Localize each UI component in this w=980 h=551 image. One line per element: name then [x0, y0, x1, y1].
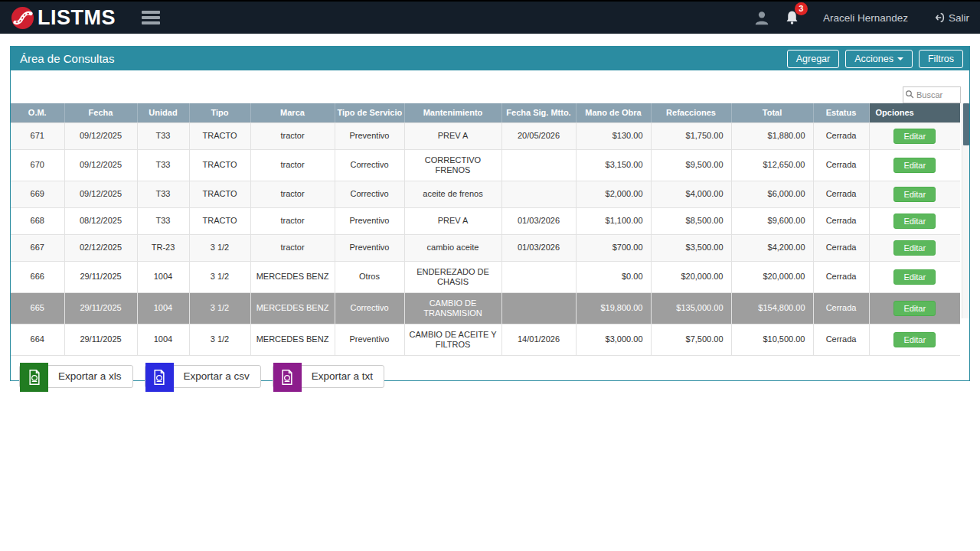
edit-button[interactable]: Editar [893, 332, 936, 347]
filtros-label: Filtros [928, 54, 954, 64]
col-refacciones[interactable]: Refacciones [651, 103, 731, 122]
table-row[interactable]: 66429/11/202510043 1/2MERCEDES BENZPreve… [11, 324, 960, 355]
col-unidad[interactable]: Unidad [137, 103, 189, 122]
cell-fecha: 09/12/2025 [64, 149, 137, 181]
cell-mantenimiento: CAMBIO DE ACEITE Y FILTROS [404, 324, 501, 355]
logout-label: Salir [949, 12, 969, 24]
cell-om: 664 [11, 324, 64, 355]
cell-total: $6,000.00 [731, 181, 813, 207]
txt-file-icon [273, 363, 302, 392]
cell-unidad: 1004 [137, 324, 189, 355]
acciones-dropdown-button[interactable]: Acciones [845, 50, 913, 68]
cell-opciones: Editar [869, 149, 960, 181]
cell-estatus: Cerrada [813, 234, 869, 261]
cell-opciones: Editar [869, 324, 960, 355]
table-row[interactable]: 66629/11/202510043 1/2MERCEDES BENZOtros… [11, 261, 960, 292]
cell-fecha: 09/12/2025 [64, 181, 137, 207]
menu-toggle-icon[interactable] [142, 11, 160, 24]
cell-unidad: 1004 [137, 261, 189, 292]
cell-mano_obra: $1,100.00 [576, 207, 651, 234]
cell-refacciones: $7,500.00 [651, 324, 731, 355]
cell-estatus: Cerrada [813, 207, 869, 234]
cell-refacciones: $8,500.00 [651, 207, 731, 234]
cell-estatus: Cerrada [813, 181, 869, 207]
cell-om: 670 [11, 149, 64, 181]
table-row[interactable]: 66909/12/2025T33TRACTOtractorCorrectivoa… [11, 181, 960, 207]
cell-opciones: Editar [869, 181, 960, 207]
cell-fecha_sig: 20/05/2026 [501, 122, 576, 149]
edit-button[interactable]: Editar [893, 158, 936, 173]
table-row[interactable]: 67109/12/2025T33TRACTOtractorPreventivoP… [11, 122, 960, 149]
cell-total: $4,200.00 [731, 234, 813, 261]
col-total[interactable]: Total [731, 103, 813, 122]
scrollbar-thumb[interactable] [963, 103, 969, 145]
cell-om: 669 [11, 181, 64, 207]
cell-unidad: T33 [137, 149, 189, 181]
cell-tipo_servicio: Correctivo [335, 149, 404, 181]
cell-tipo: TRACTO [189, 207, 250, 234]
export-txt-button[interactable]: Exportar a txt [273, 365, 384, 388]
cell-tipo: 3 1/2 [189, 234, 250, 261]
profile-icon[interactable] [753, 9, 770, 26]
table-scrollbar[interactable] [962, 103, 969, 318]
col-fecha-sig[interactable]: Fecha Sig. Mtto. [501, 103, 576, 122]
table-row[interactable]: 67009/12/2025T33TRACTOtractorCorrectivoC… [11, 149, 960, 181]
logout-button[interactable]: Salir [934, 11, 969, 24]
agregar-button[interactable]: Agregar [787, 50, 839, 68]
cell-tipo: TRACTO [189, 122, 250, 149]
results-table: O.M. Fecha Unidad Tipo Marca Tipo de Ser… [11, 103, 960, 356]
cell-om: 666 [11, 261, 64, 292]
cell-total: $12,650.00 [731, 149, 813, 181]
cell-mano_obra: $2,000.00 [576, 181, 651, 207]
page-background [0, 381, 980, 551]
export-csv-button[interactable]: Exportar a csv [145, 365, 261, 388]
chevron-down-icon [897, 57, 903, 60]
cell-mano_obra: $0.00 [576, 261, 651, 292]
cell-refacciones: $1,750.00 [651, 122, 731, 149]
cell-tipo: 3 1/2 [189, 261, 250, 292]
col-mantenimiento[interactable]: Mantenimiento [404, 103, 501, 122]
table-row[interactable]: 66702/12/2025TR-233 1/2tractorPreventivo… [11, 234, 960, 261]
cell-fecha: 08/12/2025 [64, 207, 137, 234]
filtros-button[interactable]: Filtros [919, 50, 963, 68]
edit-button[interactable]: Editar [893, 269, 936, 285]
edit-button[interactable]: Editar [893, 240, 936, 256]
cell-om: 668 [11, 207, 64, 234]
notifications-bell-icon[interactable]: 3 [784, 10, 800, 26]
cell-tipo: TRACTO [189, 181, 250, 207]
edit-button[interactable]: Editar [893, 129, 936, 144]
cell-total: $20,000.00 [731, 261, 813, 292]
user-name[interactable]: Araceli Hernandez [823, 12, 908, 24]
top-navbar: LISTMS 3 Araceli Hernandez Salir [0, 0, 980, 34]
edit-button[interactable]: Editar [893, 214, 936, 229]
col-estatus[interactable]: Estatus [813, 103, 869, 122]
cell-tipo: 3 1/2 [189, 292, 250, 324]
col-tipo-servicio[interactable]: Tipo de Servicio [335, 103, 404, 122]
cell-mano_obra: $700.00 [576, 234, 651, 261]
cell-refacciones: $9,500.00 [651, 149, 731, 181]
edit-button[interactable]: Editar [893, 187, 936, 202]
cell-unidad: T33 [137, 181, 189, 207]
table-row[interactable]: 66529/11/202510043 1/2MERCEDES BENZCorre… [11, 292, 960, 324]
cell-opciones: Editar [869, 122, 960, 149]
cell-fecha: 29/11/2025 [64, 292, 137, 324]
cell-estatus: Cerrada [813, 292, 869, 324]
col-marca[interactable]: Marca [250, 103, 335, 122]
search-icon [905, 90, 914, 99]
col-mano-obra[interactable]: Mano de Obra [576, 103, 651, 122]
col-tipo[interactable]: Tipo [189, 103, 250, 122]
cell-total: $154,800.00 [731, 292, 813, 324]
logo-icon [11, 6, 34, 30]
cell-om: 671 [11, 122, 64, 149]
cell-estatus: Cerrada [813, 149, 869, 181]
col-fecha[interactable]: Fecha [64, 103, 137, 122]
cell-tipo_servicio: Otros [335, 261, 404, 292]
app-logo[interactable]: LISTMS [11, 6, 116, 30]
export-csv-label: Exportar a csv [184, 370, 250, 382]
edit-button[interactable]: Editar [893, 301, 936, 316]
table-row[interactable]: 66808/12/2025T33TRACTOtractorPreventivoP… [11, 207, 960, 234]
export-xls-button[interactable]: Exportar a xls [19, 365, 133, 388]
cell-total: $10,500.00 [731, 324, 813, 355]
cell-mantenimiento: cambio aceite [404, 234, 501, 261]
col-om[interactable]: O.M. [11, 103, 64, 122]
